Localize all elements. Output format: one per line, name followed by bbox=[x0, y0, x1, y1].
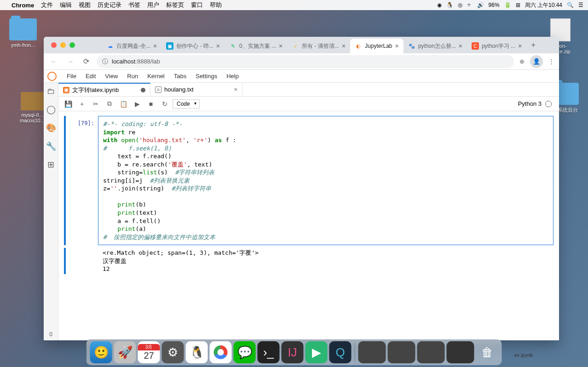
jmenu-kernel[interactable]: Kernel bbox=[143, 71, 169, 81]
jmenu-file[interactable]: File bbox=[62, 71, 81, 81]
browser-tab-2[interactable]: ✎0、实施方案 ...× bbox=[225, 39, 287, 53]
translate-icon[interactable]: ⊕ bbox=[519, 58, 525, 65]
browser-tab-1[interactable]: ▣创作中心 - 哔...× bbox=[161, 39, 225, 53]
stop-button[interactable]: ■ bbox=[145, 98, 157, 110]
tab-close-icon[interactable]: × bbox=[216, 42, 220, 50]
jmenu-tabs[interactable]: Tabs bbox=[169, 71, 191, 81]
input-icon[interactable]: ⊞ bbox=[516, 2, 520, 8]
dock-qq[interactable]: 🐧 bbox=[186, 341, 208, 363]
file-tab-text[interactable]: ≡ houlang.txt × bbox=[150, 83, 242, 96]
desktop-file-bottom[interactable]: ex.ipynb bbox=[505, 352, 542, 358]
spotlight-icon[interactable]: 🔍 bbox=[567, 2, 574, 8]
file-tab-notebook[interactable]: ▣ 文字转latex.ipynb bbox=[58, 83, 150, 96]
window-minimize-button[interactable] bbox=[60, 42, 66, 48]
menu-tabs[interactable]: 标签页 bbox=[166, 1, 184, 9]
menubar-app-name[interactable]: Chrome bbox=[12, 2, 34, 9]
browser-tab-3[interactable]: ✓所有 - 滴答清...× bbox=[287, 39, 350, 53]
menu-view[interactable]: 视图 bbox=[79, 1, 91, 9]
cut-button[interactable]: ✂ bbox=[90, 98, 102, 110]
back-button[interactable]: ← bbox=[48, 56, 59, 68]
restart-button[interactable]: ↻ bbox=[159, 98, 171, 110]
jupyterlab: File Edit View Run Kernel Tabs Settings … bbox=[44, 70, 559, 340]
filebrowser-icon[interactable]: 🗀 bbox=[47, 86, 55, 96]
address-bar[interactable]: ⓘ localhost:8888/lab bbox=[97, 55, 514, 68]
notebook-area[interactable]: [79]: #-*- coding: utf-8 -*- import re w… bbox=[58, 111, 559, 340]
run-button[interactable]: ▶ bbox=[131, 98, 143, 110]
chrome-menu-icon[interactable]: ⋮ bbox=[548, 58, 554, 65]
app-icon[interactable]: 🐧 bbox=[446, 2, 453, 8]
dock-window-1[interactable] bbox=[358, 341, 386, 363]
dock-wechat[interactable]: 💬 bbox=[234, 341, 256, 363]
code-cell[interactable]: [79]: #-*- coding: utf-8 -*- import re w… bbox=[64, 116, 553, 245]
tabs-icon[interactable]: ⊞ bbox=[47, 160, 54, 170]
dock-player[interactable]: ▶ bbox=[306, 341, 328, 363]
tab-close-icon[interactable]: × bbox=[459, 42, 462, 50]
save-button[interactable]: 💾 bbox=[62, 98, 74, 110]
dock-terminal[interactable]: ›_ bbox=[258, 341, 280, 363]
menu-history[interactable]: 历史记录 bbox=[98, 1, 121, 9]
tab-close-icon[interactable]: × bbox=[342, 42, 346, 50]
tab-close-icon[interactable]: × bbox=[153, 42, 157, 50]
jmenu-run[interactable]: Run bbox=[122, 71, 143, 81]
menu-help[interactable]: 帮助 bbox=[210, 1, 222, 9]
desktop-folder-1[interactable]: ymh-fron... bbox=[5, 18, 41, 48]
dock-settings[interactable]: ⚙ bbox=[162, 341, 184, 363]
record-icon[interactable]: ◉ bbox=[437, 2, 442, 8]
volume-icon[interactable]: 🔊 bbox=[477, 2, 484, 8]
running-icon[interactable]: ◯ bbox=[46, 104, 56, 115]
browser-tab-6[interactable]: Cpython学习 ...× bbox=[467, 39, 527, 53]
menu-edit[interactable]: 编辑 bbox=[60, 1, 72, 9]
favicon-icon: ▣ bbox=[166, 42, 173, 50]
profile-button[interactable]: 👤 bbox=[530, 55, 543, 68]
tab-close-icon[interactable]: × bbox=[279, 42, 282, 50]
insert-cell-button[interactable]: + bbox=[76, 98, 88, 110]
code-editor[interactable]: #-*- coding: utf-8 -*- import re with op… bbox=[98, 116, 553, 245]
wifi-icon[interactable]: ᯤ bbox=[467, 2, 473, 8]
battery-text[interactable]: 96% bbox=[489, 2, 500, 8]
favicon-icon: 🐾 bbox=[408, 42, 415, 50]
build-icon[interactable]: 🔧 bbox=[46, 141, 56, 151]
copy-button[interactable]: ⧉ bbox=[104, 98, 115, 110]
jmenu-help[interactable]: Help bbox=[222, 71, 243, 81]
kernel-status-icon[interactable] bbox=[545, 101, 552, 107]
dock-trash[interactable]: 🗑 bbox=[476, 341, 498, 363]
menu-window[interactable]: 窗口 bbox=[191, 1, 203, 9]
reload-button[interactable]: ⟳ bbox=[81, 55, 91, 68]
browser-tab-0[interactable]: ☁百度网盘-全...× bbox=[102, 39, 161, 53]
dock-finder[interactable]: 🙂 bbox=[90, 341, 112, 363]
kernel-name[interactable]: Python 3 bbox=[518, 100, 542, 107]
browser-tab-5[interactable]: 🐾python怎么替...× bbox=[404, 39, 467, 53]
menu-file[interactable]: 文件 bbox=[41, 1, 53, 9]
dock-calendar[interactable]: 3月27 bbox=[138, 341, 160, 363]
celltype-select[interactable]: Code bbox=[173, 99, 200, 109]
menu-bookmarks[interactable]: 书签 bbox=[128, 1, 140, 9]
file-close-icon[interactable]: × bbox=[234, 86, 237, 93]
window-maximize-button[interactable] bbox=[69, 42, 75, 48]
jmenu-edit[interactable]: Edit bbox=[81, 71, 100, 81]
jupyter-logo-icon[interactable] bbox=[47, 72, 57, 81]
dock-window-4[interactable] bbox=[447, 341, 474, 363]
dock-chrome[interactable] bbox=[210, 341, 232, 363]
site-info-icon[interactable]: ⓘ bbox=[102, 57, 108, 66]
new-tab-button[interactable]: + bbox=[526, 41, 540, 49]
clock[interactable]: 周六 上午10:44 bbox=[525, 1, 562, 9]
jmenu-view[interactable]: View bbox=[100, 71, 122, 81]
tab-close-icon[interactable]: × bbox=[395, 42, 398, 50]
cell-prompt: [79]: bbox=[66, 116, 98, 245]
dock-window-3[interactable] bbox=[417, 341, 445, 363]
dock-quicktime[interactable]: Q bbox=[329, 341, 352, 363]
window-close-button[interactable] bbox=[51, 42, 57, 48]
paste-button[interactable]: 📋 bbox=[117, 98, 129, 110]
menu-user[interactable]: 用户 bbox=[147, 1, 159, 9]
dock-intellij[interactable]: IJ bbox=[282, 341, 304, 363]
notification-icon[interactable]: ☰ bbox=[578, 2, 583, 8]
battery-icon[interactable]: 🔋 bbox=[504, 2, 511, 8]
browser-tab-4[interactable]: ◐JupyterLab× bbox=[350, 39, 404, 53]
dock-window-2[interactable] bbox=[388, 341, 415, 363]
cc-icon[interactable]: ◎ bbox=[458, 2, 462, 8]
forward-button[interactable]: → bbox=[65, 56, 76, 68]
dock-launchpad[interactable]: 🚀 bbox=[114, 341, 136, 363]
jmenu-settings[interactable]: Settings bbox=[191, 71, 222, 81]
tab-close-icon[interactable]: × bbox=[518, 42, 522, 50]
commands-icon[interactable]: 🎨 bbox=[46, 123, 56, 133]
